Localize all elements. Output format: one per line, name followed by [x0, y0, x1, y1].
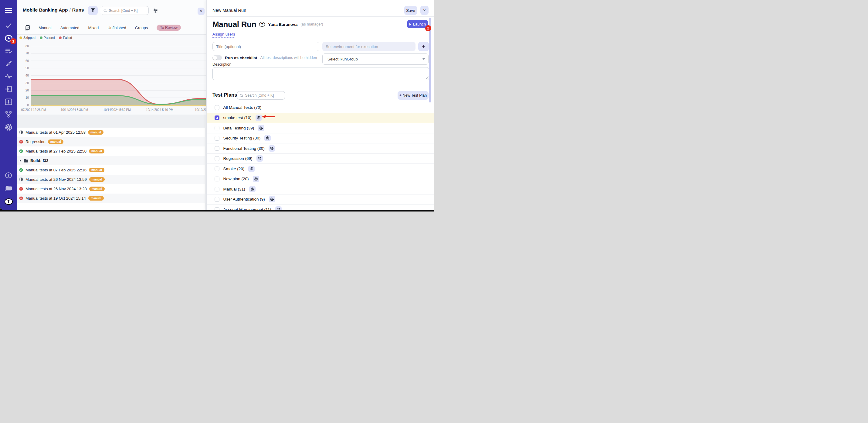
- description-textarea[interactable]: [212, 67, 429, 80]
- gear-icon: [259, 126, 263, 130]
- svg-text:70: 70: [26, 52, 29, 55]
- plan-label: Account Management (11): [223, 207, 271, 210]
- launch-button[interactable]: Launch: [407, 20, 428, 28]
- plan-settings-button[interactable]: [269, 196, 275, 202]
- add-environment-button[interactable]: +: [418, 42, 429, 51]
- test-plan-row[interactable]: New plan (20): [207, 174, 434, 184]
- plan-checkbox[interactable]: [215, 167, 219, 171]
- breadcrumb-project[interactable]: Mobile Banking App: [23, 7, 68, 12]
- test-plan-row[interactable]: All Manual Tests (70): [207, 103, 434, 113]
- sign-in-icon[interactable]: [0, 84, 17, 93]
- check-icon[interactable]: [0, 21, 17, 30]
- rungroup-select[interactable]: Select RunGroup: [322, 54, 429, 65]
- tab-mixed[interactable]: Mixed: [88, 26, 99, 30]
- test-plans-search[interactable]: [237, 91, 285, 100]
- description-label: Description: [212, 62, 231, 66]
- test-plan-row[interactable]: Account Management (11): [207, 204, 434, 210]
- plan-settings-button[interactable]: [265, 135, 271, 141]
- list-check-icon[interactable]: [0, 46, 17, 55]
- help-icon[interactable]: ?: [0, 171, 17, 180]
- run-heading-row: Manual Run T Yana Baranova (as manager): [212, 19, 323, 30]
- run-row[interactable]: Manual tests at 26 Nov 2024 13:59manual: [17, 175, 205, 184]
- save-button[interactable]: Save: [404, 6, 417, 15]
- test-plan-row[interactable]: Regression (69): [207, 153, 434, 164]
- folder-icon[interactable]: [0, 184, 17, 193]
- legend-label: Failed: [63, 36, 72, 39]
- run-row[interactable]: Manual tests at 26 Nov 2024 13:28manual: [17, 184, 205, 194]
- plan-settings-button[interactable]: [248, 166, 255, 172]
- test-plan-row[interactable]: Functional Testing (30): [207, 143, 434, 153]
- plan-settings-button[interactable]: [256, 155, 263, 162]
- run-title: Manual tests at 27 Feb 2025 22:50: [26, 149, 87, 153]
- play-icon: [409, 23, 411, 26]
- close-panel-button[interactable]: ✕: [420, 6, 429, 15]
- environment-input[interactable]: [322, 42, 415, 51]
- test-plan-row[interactable]: Beta Testing (39): [207, 123, 434, 133]
- breadcrumb-separator: /: [68, 7, 72, 12]
- plan-checkbox[interactable]: [215, 115, 219, 120]
- plan-checkbox[interactable]: [215, 126, 219, 131]
- run-row[interactable]: Build: f32: [17, 156, 205, 165]
- run-title-input[interactable]: [212, 42, 319, 51]
- expand-caret-icon[interactable]: [20, 160, 21, 162]
- plan-settings-button[interactable]: [258, 125, 265, 131]
- branch-icon[interactable]: [0, 110, 17, 119]
- plan-checkbox[interactable]: [215, 187, 219, 192]
- tab-to-review[interactable]: To Review: [157, 25, 181, 31]
- plan-checkbox[interactable]: [215, 197, 219, 202]
- checklist-tab-icon[interactable]: [25, 25, 30, 30]
- runs-search[interactable]: [101, 6, 149, 15]
- plan-checkbox[interactable]: [215, 136, 219, 141]
- legend-dot: [20, 36, 22, 39]
- run-row[interactable]: Manual tests at 07 Feb 2025 22:16manual: [17, 165, 205, 175]
- test-plan-row[interactable]: smoke test (10): [207, 113, 434, 123]
- gear-icon[interactable]: [0, 122, 17, 132]
- svg-text:10/19/2024: 10/19/2024: [195, 108, 206, 112]
- activity-icon[interactable]: [0, 72, 17, 81]
- run-row[interactable]: Manual tests at 19 Oct 2024 15:14manual: [17, 194, 205, 203]
- bar-chart-icon[interactable]: [0, 97, 17, 106]
- tab-unfinished[interactable]: Unfinished: [107, 26, 126, 30]
- plan-settings-button[interactable]: [275, 206, 282, 210]
- plan-checkbox[interactable]: [215, 146, 219, 151]
- test-plan-row[interactable]: Smoke (20): [207, 164, 434, 174]
- plan-checkbox[interactable]: [215, 176, 219, 181]
- plan-label: Regression (69): [223, 156, 252, 161]
- plan-label: Beta Testing (39): [223, 126, 254, 130]
- tab-manual[interactable]: Manual: [38, 26, 52, 30]
- plan-label: Smoke (20): [223, 167, 245, 171]
- plan-checkbox[interactable]: [215, 207, 219, 210]
- test-plan-row[interactable]: User Authentication (9): [207, 194, 434, 204]
- run-row[interactable]: Manual tests at 27 Feb 2025 22:50manual: [17, 146, 205, 156]
- filter-button[interactable]: [88, 6, 98, 15]
- test-plan-row[interactable]: Security Testing (30): [207, 133, 434, 143]
- steps-icon[interactable]: [0, 59, 17, 68]
- run-row[interactable]: Manual tests at 01 Apr 2025 12:58manual: [17, 128, 205, 137]
- run-as-checklist-toggle[interactable]: [212, 55, 222, 60]
- tab-groups[interactable]: Groups: [135, 26, 148, 30]
- run-row[interactable]: Regressionmanual: [17, 137, 205, 146]
- plan-checkbox[interactable]: [215, 156, 219, 161]
- plan-settings-button[interactable]: [249, 186, 255, 192]
- adjustments-icon[interactable]: [153, 8, 158, 14]
- collapse-panel-button[interactable]: ✕: [197, 8, 205, 15]
- tab-automated[interactable]: Automated: [60, 26, 80, 30]
- svg-text:50: 50: [26, 66, 29, 70]
- resize-grip[interactable]: [426, 77, 429, 79]
- runs-tabs: ManualAutomatedMixedUnfinishedGroupsTo R…: [17, 24, 206, 32]
- folder-icon: [24, 159, 28, 163]
- checklist-label: Run as checklist: [225, 56, 257, 60]
- plan-checkbox[interactable]: [215, 105, 219, 110]
- search-input[interactable]: [108, 8, 146, 13]
- new-test-plan-button[interactable]: + New Test Plan: [398, 91, 429, 100]
- plan-settings-button[interactable]: [253, 176, 259, 182]
- testomat-logo[interactable]: T: [0, 197, 17, 206]
- menu-icon[interactable]: [0, 6, 17, 15]
- legend-item-passed: Passed: [40, 36, 55, 39]
- plan-settings-button[interactable]: [269, 145, 275, 152]
- test-plan-row[interactable]: Manual (31): [207, 184, 434, 194]
- svg-text:?: ?: [8, 173, 10, 177]
- runs-header: Mobile Banking App/Runs ✕ ManualAutomate…: [17, 0, 206, 35]
- test-plans-search-input[interactable]: [245, 93, 282, 97]
- assign-users-link[interactable]: Assign users: [212, 32, 235, 38]
